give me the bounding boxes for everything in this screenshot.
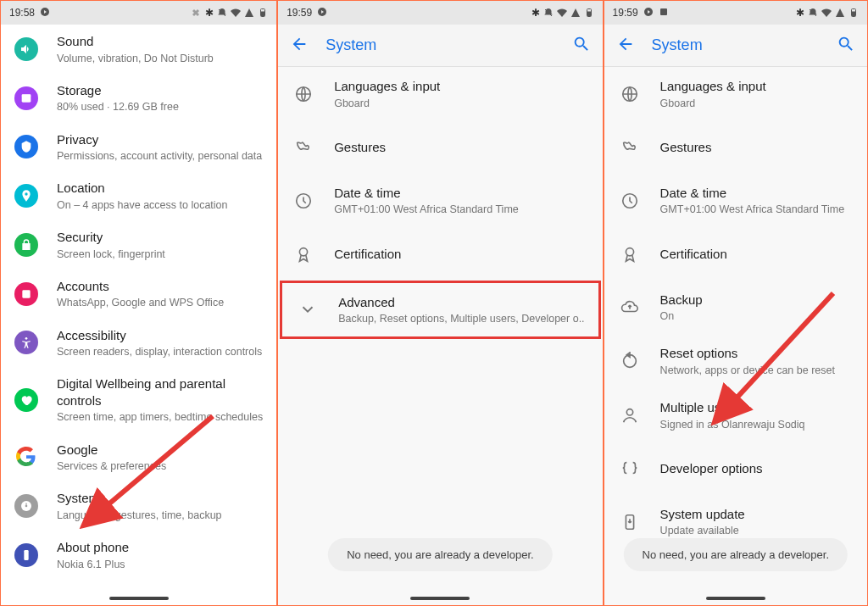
play-icon bbox=[643, 7, 654, 19]
clock-icon bbox=[620, 192, 639, 210]
nav-handle[interactable] bbox=[410, 597, 470, 600]
badge-icon bbox=[620, 245, 639, 264]
row-title: Gestures bbox=[334, 139, 588, 156]
back-button[interactable] bbox=[290, 35, 309, 57]
row-sub: On bbox=[660, 309, 854, 323]
row-sub: Languages, gestures, time, backup bbox=[57, 509, 263, 522]
row-title: Date & time bbox=[334, 185, 588, 202]
system-item-gestures[interactable]: Gestures bbox=[278, 121, 602, 174]
settings-item-system[interactable]: SystemLanguages, gestures, time, backup bbox=[1, 481, 276, 531]
settings-item-accessibility[interactable]: AccessibilityScreen readers, display, in… bbox=[1, 319, 276, 368]
row-title: Languages & input bbox=[334, 78, 588, 95]
toast: No need, you are already a developer. bbox=[624, 538, 848, 571]
row-title: Accounts bbox=[57, 278, 263, 295]
nav-handle[interactable] bbox=[706, 597, 765, 600]
status-time: 19:59 bbox=[613, 7, 638, 19]
back-button[interactable] bbox=[616, 35, 635, 57]
screen-settings-main: 19:58 ✱ SoundVolume, vibration, Do Not D… bbox=[1, 1, 278, 605]
system-item-languages[interactable]: Languages & inputGboard bbox=[278, 67, 602, 121]
location-icon bbox=[14, 184, 38, 208]
row-title: Location bbox=[57, 180, 263, 197]
sound-icon bbox=[14, 37, 38, 61]
row-sub: Screen lock, fingerprint bbox=[57, 247, 263, 261]
gesture-icon bbox=[620, 138, 639, 157]
svg-rect-26 bbox=[853, 12, 855, 16]
privacy-icon bbox=[14, 135, 38, 158]
row-title: Google bbox=[57, 442, 263, 459]
system-item-certification[interactable]: Certification bbox=[604, 228, 867, 281]
row-sub: Update available bbox=[660, 524, 854, 537]
row-sub: Services & preferences bbox=[57, 459, 263, 473]
screen-system-expanded: 19:59 ✱ System Languages & inputGboard G… bbox=[604, 1, 867, 605]
settings-item-location[interactable]: LocationOn – 4 apps have access to locat… bbox=[1, 171, 276, 220]
screenshot-icon bbox=[659, 7, 669, 19]
system-item-certification[interactable]: Certification bbox=[278, 228, 602, 281]
row-title: Sound bbox=[57, 33, 263, 50]
status-bar: 19:59 ✱ bbox=[278, 1, 602, 25]
row-sub: On – 4 apps have access to location bbox=[57, 198, 263, 212]
system-item-languages[interactable]: Languages & inputGboard bbox=[604, 67, 867, 121]
status-bar: 19:58 ✱ bbox=[1, 1, 276, 25]
system-item-advanced[interactable]: AdvancedBackup, Reset options, Multiple … bbox=[282, 283, 598, 337]
system-icon bbox=[14, 494, 38, 518]
app-bar: System bbox=[604, 25, 867, 67]
settings-item-google[interactable]: GoogleServices & preferences bbox=[1, 433, 276, 482]
row-title: Developer options bbox=[660, 460, 854, 477]
accounts-icon bbox=[14, 282, 38, 306]
row-title: System bbox=[57, 490, 263, 507]
search-button[interactable] bbox=[837, 35, 855, 57]
braces-icon bbox=[620, 459, 639, 478]
system-item-backup[interactable]: BackupOn bbox=[604, 281, 867, 335]
row-title: Privacy bbox=[57, 131, 263, 148]
play-icon bbox=[40, 7, 50, 19]
row-title: Reset options bbox=[660, 345, 854, 362]
toast: No need, you are already a developer. bbox=[328, 538, 552, 571]
row-sub: Nokia 6.1 Plus bbox=[57, 558, 263, 571]
system-item-datetime[interactable]: Date & timeGMT+01:00 West Africa Standar… bbox=[278, 174, 602, 228]
settings-item-privacy[interactable]: PrivacyPermissions, account activity, pe… bbox=[1, 123, 276, 172]
row-title: Advanced bbox=[338, 294, 584, 311]
settings-item-accounts[interactable]: AccountsWhatsApp, Google and WPS Office bbox=[1, 270, 276, 319]
status-bar: 19:59 ✱ bbox=[604, 1, 867, 25]
system-item-users[interactable]: Multiple usersSigned in as Olanrewaju So… bbox=[604, 388, 867, 442]
page-title: System bbox=[326, 36, 554, 54]
play-icon bbox=[317, 7, 327, 19]
row-sub: 80% used · 12.69 GB free bbox=[57, 100, 263, 114]
settings-item-about[interactable]: About phoneNokia 6.1 Plus bbox=[1, 531, 276, 580]
svg-rect-23 bbox=[660, 8, 667, 15]
system-item-reset[interactable]: Reset optionsNetwork, apps or device can… bbox=[604, 334, 867, 388]
cloud-icon bbox=[620, 297, 639, 316]
svg-point-29 bbox=[626, 247, 633, 255]
row-sub: Gboard bbox=[660, 97, 854, 110]
status-icons: ✱ bbox=[192, 7, 268, 19]
svg-rect-18 bbox=[587, 12, 590, 16]
security-icon bbox=[14, 233, 38, 257]
settings-item-storage[interactable]: Storage80% used · 12.69 GB free bbox=[1, 74, 276, 123]
page-title: System bbox=[652, 36, 820, 54]
nav-handle[interactable] bbox=[109, 597, 169, 600]
settings-item-sound[interactable]: SoundVolume, vibration, Do Not Disturb bbox=[1, 25, 276, 74]
row-title: Languages & input bbox=[660, 78, 854, 95]
gesture-icon bbox=[294, 138, 313, 157]
row-sub: GMT+01:00 West Africa Standard Time bbox=[660, 203, 854, 216]
system-item-gestures[interactable]: Gestures bbox=[604, 121, 867, 174]
svg-point-8 bbox=[25, 337, 28, 340]
svg-point-21 bbox=[300, 247, 308, 255]
settings-item-security[interactable]: SecurityScreen lock, fingerprint bbox=[1, 220, 276, 270]
row-title: Security bbox=[57, 229, 263, 246]
system-item-datetime[interactable]: Date & timeGMT+01:00 West Africa Standar… bbox=[604, 174, 867, 228]
google-icon bbox=[14, 447, 38, 467]
globe-icon bbox=[620, 85, 639, 103]
row-title: About phone bbox=[57, 539, 263, 556]
settings-item-wellbeing[interactable]: Digital Wellbeing and parental controlsS… bbox=[1, 367, 276, 432]
row-title: Certification bbox=[660, 246, 854, 263]
row-title: Storage bbox=[57, 82, 263, 99]
system-list: Languages & inputGboard Gestures Date & … bbox=[604, 67, 867, 605]
svg-rect-3 bbox=[262, 12, 264, 16]
badge-icon bbox=[294, 245, 313, 264]
system-item-developer[interactable]: Developer options bbox=[604, 442, 867, 495]
row-sub: Volume, vibration, Do Not Disturb bbox=[57, 52, 263, 65]
app-bar: System bbox=[278, 25, 602, 67]
search-button[interactable] bbox=[572, 35, 591, 57]
svg-point-10 bbox=[25, 505, 28, 508]
